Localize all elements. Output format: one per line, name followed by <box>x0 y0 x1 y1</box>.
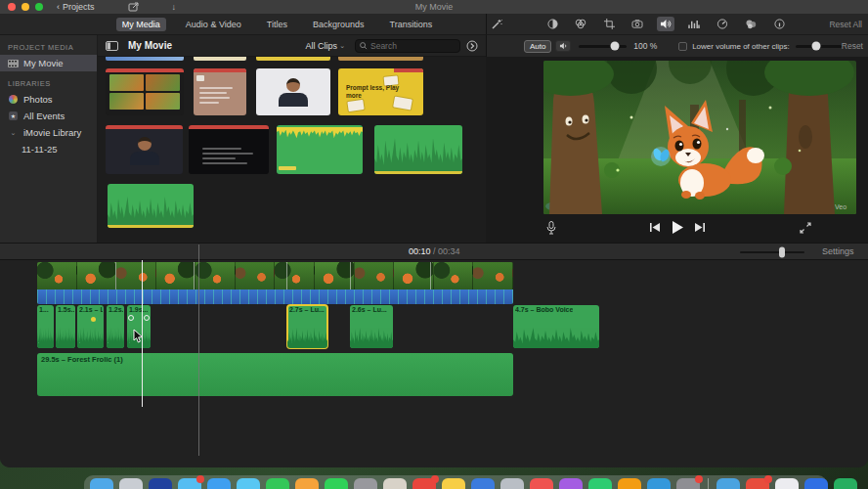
tab-transitions[interactable]: Transitions <box>383 18 438 31</box>
reset-all-button[interactable]: Reset All <box>829 20 862 29</box>
fullscreen-icon[interactable] <box>800 222 811 234</box>
sidebar-item-all-events[interactable]: ★ All Events <box>0 108 97 124</box>
search-input[interactable] <box>370 41 449 51</box>
clip-appearance-icon[interactable] <box>466 40 478 52</box>
dock-app-icon[interactable] <box>354 478 377 489</box>
audio-clip[interactable]: 2.6s – Lu... <box>350 305 393 348</box>
filmstrip-frame[interactable] <box>315 262 355 289</box>
enhance-wand-icon[interactable] <box>491 19 502 30</box>
fade-handle[interactable] <box>144 315 150 321</box>
clip-thumbnail-audio[interactable] <box>374 125 462 174</box>
dock-app-icon[interactable] <box>471 478 495 489</box>
search-field[interactable] <box>355 39 460 53</box>
clip-thumbnail[interactable] <box>338 57 423 61</box>
clip-thumbnail-post[interactable] <box>194 68 246 115</box>
tab-backgrounds[interactable]: Backgrounds <box>307 18 370 31</box>
timeline-zoom-slider[interactable] <box>740 251 804 253</box>
voiceover-mic-icon[interactable] <box>546 221 556 235</box>
tab-titles[interactable]: Titles <box>261 18 293 31</box>
filmstrip-frame[interactable] <box>473 262 513 289</box>
dock-app-icon[interactable] <box>149 478 172 489</box>
skip-forward-button[interactable] <box>694 222 706 233</box>
fade-handle[interactable] <box>128 315 134 321</box>
clip-thumbnail-terminal[interactable] <box>189 125 269 174</box>
dock-app-icon[interactable] <box>237 478 260 489</box>
clip-info-icon[interactable] <box>770 17 788 31</box>
clip-thumbnail-collage[interactable] <box>106 68 184 115</box>
dock-app-icon[interactable] <box>530 478 553 489</box>
dock-app-icon[interactable] <box>119 478 143 489</box>
dock-app-icon[interactable] <box>588 478 612 489</box>
filmstrip-frame[interactable] <box>394 262 434 289</box>
noise-reduction-icon[interactable] <box>685 17 703 31</box>
dock-app-icon[interactable] <box>412 478 436 489</box>
clip-thumbnail[interactable] <box>194 57 246 61</box>
duck-slider-thumb[interactable] <box>812 42 821 51</box>
dock-app-icon[interactable] <box>716 478 740 489</box>
zoom-window-button[interactable] <box>35 3 43 11</box>
dock-app-icon[interactable] <box>442 478 465 489</box>
play-button[interactable] <box>671 220 684 235</box>
dock-app-icon[interactable] <box>383 478 407 489</box>
filmstrip-frame[interactable] <box>275 262 315 289</box>
dock-app-icon[interactable] <box>266 478 289 489</box>
clip-thumbnail-audio[interactable] <box>108 184 194 228</box>
filmstrip-frame[interactable] <box>355 262 395 289</box>
auto-volume-button[interactable]: Auto <box>524 40 551 53</box>
stabilization-icon[interactable] <box>629 17 646 31</box>
beat-marker[interactable] <box>91 317 96 322</box>
clip-filter-dropdown[interactable]: All Clips ⌄ <box>306 41 345 51</box>
filmstrip-frame[interactable] <box>434 262 474 289</box>
duck-slider[interactable] <box>796 45 842 48</box>
reset-button[interactable]: Reset <box>842 41 863 51</box>
timeline-settings-button[interactable]: Settings <box>822 246 854 256</box>
crop-icon[interactable] <box>600 17 618 31</box>
volume-icon[interactable] <box>657 17 674 31</box>
dock-app-icon[interactable] <box>559 478 583 489</box>
back-to-projects-button[interactable]: ‹ Projects <box>57 2 95 12</box>
dock-app-icon[interactable] <box>834 478 857 489</box>
filmstrip-frame[interactable] <box>195 262 236 289</box>
filmstrip-frame[interactable] <box>77 262 117 289</box>
background-music-clip[interactable]: 29.5s – Forest Frolic (1) <box>37 353 513 396</box>
clip-thumbnail[interactable] <box>256 57 330 61</box>
dock-app-icon[interactable] <box>500 478 524 489</box>
clip-thumbnail[interactable] <box>106 57 184 61</box>
lower-volume-checkbox[interactable] <box>678 42 687 51</box>
share-icon[interactable] <box>128 2 139 12</box>
dock-app-icon[interactable] <box>207 478 231 489</box>
tab-my-media[interactable]: My Media <box>116 18 166 31</box>
audio-clip[interactable]: 4.7s – Bobo Voice <box>513 305 599 348</box>
sidebar-toggle-icon[interactable] <box>106 41 118 51</box>
filmstrip-frame[interactable] <box>236 262 276 289</box>
dock-app-icon[interactable] <box>618 478 641 489</box>
dock-app-icon[interactable] <box>90 478 113 489</box>
close-window-button[interactable] <box>8 3 16 11</box>
audio-clip[interactable]: 1... <box>37 305 54 348</box>
dock-app-icon[interactable] <box>775 478 799 489</box>
dock-app-icon[interactable] <box>804 478 828 489</box>
filmstrip-frame[interactable] <box>156 262 196 289</box>
dock-app-icon[interactable] <box>178 478 201 489</box>
dock-app-icon[interactable] <box>746 478 769 489</box>
dock-app-icon[interactable] <box>295 478 319 489</box>
clip-thumbnail-promo[interactable]: Prompt less, Play more <box>338 68 423 115</box>
minimize-window-button[interactable] <box>22 3 29 11</box>
volume-slider-thumb[interactable] <box>610 42 619 51</box>
filmstrip[interactable] <box>37 262 513 289</box>
sidebar-item-photos[interactable]: Photos <box>0 91 97 108</box>
sidebar-item-imovie-library[interactable]: ⌄ iMovie Library <box>0 124 97 141</box>
filmstrip-frame[interactable] <box>37 262 77 289</box>
clip-filter-icon[interactable] <box>742 17 760 31</box>
tab-audio-video[interactable]: Audio & Video <box>180 18 247 31</box>
clip-thumbnail-webcam[interactable] <box>106 125 183 174</box>
color-balance-icon[interactable] <box>543 17 561 31</box>
audio-clip-selected[interactable]: 2.7s – Lu... <box>287 305 327 348</box>
audio-clip[interactable]: 1.5s... <box>56 305 75 348</box>
dock-app-icon[interactable] <box>676 478 700 489</box>
dock-app-icon[interactable] <box>647 478 671 489</box>
playhead[interactable] <box>198 244 199 456</box>
clip-thumbnail-audio[interactable] <box>277 125 363 174</box>
filmstrip-frame[interactable] <box>116 262 156 289</box>
volume-slider[interactable] <box>579 45 627 48</box>
